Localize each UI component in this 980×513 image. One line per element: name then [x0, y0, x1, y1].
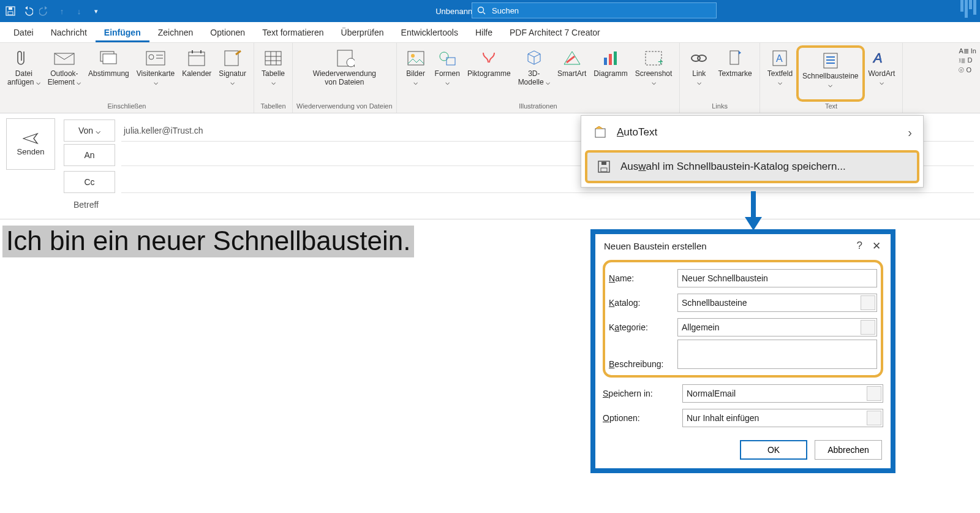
ribbon-btn-clip[interactable]: Dateianfügen ⌵ [4, 45, 44, 102]
ribbon-tabs: Datei Nachricht Einfügen Zeichnen Option… [0, 22, 980, 43]
tab-optionen[interactable]: Optionen [202, 24, 254, 42]
ribbon-btn-quick[interactable]: Schnellbausteine⌵ [796, 45, 864, 102]
ribbon-btn-stack[interactable]: Abstimmung [85, 45, 133, 102]
table-icon [263, 48, 284, 69]
ribbon-btn-shot[interactable]: +Screenshot⌵ [631, 45, 676, 102]
img-icon [405, 48, 426, 69]
svg-point-3 [478, 7, 484, 13]
cancel-button[interactable]: Abbrechen [815, 440, 882, 460]
menu-autotext[interactable]: AutoText › [581, 116, 923, 149]
redo-icon[interactable] [39, 6, 50, 17]
tab-entwickler[interactable]: Entwicklertools [393, 24, 467, 42]
bm-icon [725, 48, 745, 69]
ribbon-btn-sig[interactable]: Signatur⌵ [215, 45, 250, 102]
ribbon-btn-shapes[interactable]: Formen⌵ [431, 45, 464, 102]
save-icon[interactable] [5, 6, 16, 17]
label-kategorie: Kategorie: [609, 322, 677, 332]
label-katalog: Katalog: [609, 298, 677, 308]
search-icon [477, 6, 486, 15]
ribbon-btn-wart[interactable]: AWordArt⌵ [865, 45, 899, 102]
ribbon-btn-link[interactable]: Link⌵ [684, 45, 714, 102]
svg-text:A: A [872, 50, 883, 66]
search-placeholder: Suchen [492, 6, 519, 15]
svg-rect-29 [604, 58, 607, 65]
ribbon-btn-reuse[interactable]: Wiederverwendungvon Dateien [309, 45, 380, 102]
tab-textform[interactable]: Text formatieren [254, 24, 332, 42]
cal-icon [186, 48, 207, 69]
cc-button[interactable]: Cc [64, 171, 115, 193]
save-icon [596, 161, 612, 173]
send-button[interactable]: Senden [6, 118, 55, 170]
ribbon-btn-table[interactable]: Tabelle⌵ [258, 45, 288, 102]
select-kategorie[interactable]: Allgemein⌵ [677, 318, 877, 336]
tab-datei[interactable]: Datei [5, 24, 42, 42]
input-beschreibung[interactable] [677, 340, 877, 369]
ribbon-overflow: A≣ In፤≣ D⦾ O [959, 47, 980, 75]
svg-rect-46 [601, 168, 607, 172]
quick-access-toolbar: ↑ ↓ ▾ [0, 6, 107, 17]
select-optionen[interactable]: Nur Inhalt einfügen⌵ [682, 409, 883, 427]
qat-more-icon[interactable]: ▾ [91, 6, 102, 17]
menu-save-quickpart[interactable]: Auswahl im Schnellbaustein-Katalog speic… [585, 150, 919, 183]
input-name[interactable]: Neuer Schnellbaustein [677, 269, 877, 287]
tab-ueberpr[interactable]: Überprüfen [333, 24, 393, 42]
label-name: Name: [609, 273, 677, 283]
dialog-highlight-area: Name: Neuer Schnellbaustein Katalog: Sch… [603, 260, 883, 378]
tbox-icon: A [769, 48, 790, 69]
svg-point-35 [698, 55, 706, 61]
group-label: Wiederverwendung von Dateien [296, 102, 393, 112]
label-speichern: Speichern in: [603, 389, 682, 398]
ribbon-btn-cal[interactable]: Kalender [178, 45, 215, 102]
ribbon-btn-img[interactable]: Bilder⌵ [401, 45, 431, 102]
svg-rect-17 [265, 51, 281, 65]
autotext-icon [592, 126, 608, 139]
ribbon-group: Tabelle⌵Tabellen [254, 43, 293, 113]
up-icon: ↑ [56, 6, 67, 17]
mail-icon [54, 48, 75, 69]
ribbon-btn-picto[interactable]: Piktogramme [464, 45, 514, 102]
selected-text[interactable]: Ich bin ein neuer Schnellbaustein. [2, 226, 414, 257]
ribbon-btn-cube[interactable]: 3D-Modelle ⌵ [514, 45, 554, 102]
close-button[interactable]: ✕ [869, 240, 884, 253]
ribbon-btn-chart[interactable]: Diagramm [590, 45, 631, 102]
group-label: Tabellen [261, 102, 286, 112]
svg-point-9 [149, 55, 154, 59]
help-button[interactable]: ? [851, 240, 869, 252]
svg-text:A: A [776, 53, 783, 64]
tab-einfuegen[interactable]: Einfügen [96, 24, 149, 42]
arrow-icon [741, 190, 766, 233]
svg-line-4 [483, 12, 485, 14]
group-label: Text [825, 102, 837, 112]
tab-hilfe[interactable]: Hilfe [467, 24, 501, 42]
smart-icon [562, 48, 582, 69]
to-button[interactable]: An [64, 144, 115, 166]
chevron-right-icon: › [908, 126, 912, 140]
tab-nachricht[interactable]: Nachricht [42, 24, 96, 42]
ribbon-btn-mail[interactable]: Outlook-Element ⌵ [44, 45, 85, 102]
select-speichern[interactable]: NormalEmail⌵ [682, 384, 883, 403]
chart-icon [600, 48, 621, 69]
down-icon: ↓ [74, 6, 85, 17]
group-label: Links [712, 102, 728, 112]
link-icon [688, 48, 709, 69]
new-buildingblock-dialog: Neuen Baustein erstellen ? ✕ Name: Neuer… [590, 229, 895, 473]
sig-icon [222, 48, 243, 69]
tab-zeichnen[interactable]: Zeichnen [149, 24, 202, 42]
titlebar: ↑ ↓ ▾ Unbenannt - Nachricht (HTML) Suche… [0, 0, 980, 22]
ribbon-btn-tbox[interactable]: ATextfeld⌵ [764, 45, 796, 102]
search-input[interactable]: Suchen [472, 2, 717, 18]
ribbon-btn-bm[interactable]: Textmarke [714, 45, 755, 102]
subject-label[interactable]: Betreff [74, 194, 974, 215]
ribbon-group: Bilder⌵Formen⌵Piktogramme3D-Modelle ⌵Sma… [397, 43, 680, 113]
from-button[interactable]: Von ⌵ [64, 120, 115, 142]
svg-point-26 [411, 54, 415, 58]
undo-icon[interactable] [22, 6, 33, 17]
tab-pdf[interactable]: PDF Architect 7 Creator [501, 24, 609, 42]
ok-button[interactable]: OK [740, 440, 807, 460]
select-katalog[interactable]: Schnellbausteine⌵ [677, 294, 877, 312]
ribbon-btn-smart[interactable]: SmartArt [554, 45, 590, 102]
ribbon-btn-card[interactable]: Visitenkarte⌵ [133, 45, 178, 102]
label-optionen: Optionen: [603, 413, 682, 423]
shapes-icon [437, 48, 458, 69]
svg-rect-12 [189, 52, 205, 66]
